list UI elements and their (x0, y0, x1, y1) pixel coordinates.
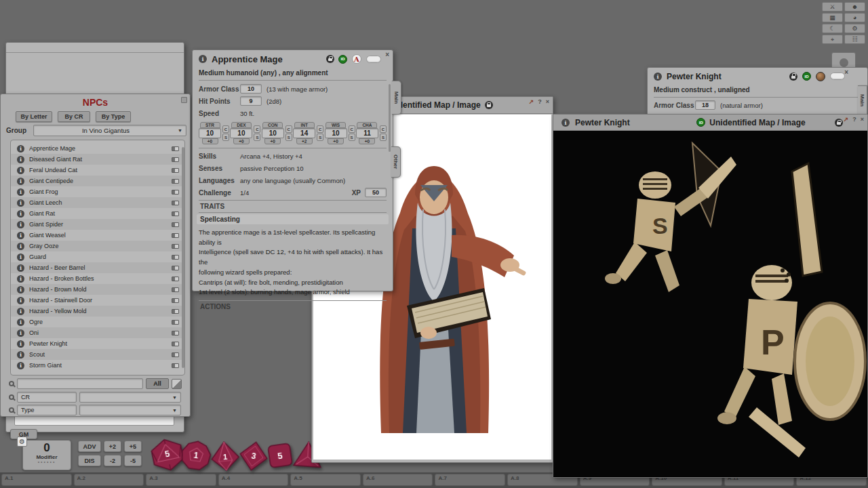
search-input[interactable] (17, 378, 143, 389)
list-item[interactable]: iGuard (11, 251, 184, 262)
record-link-icon[interactable] (172, 255, 179, 260)
id-badge-icon[interactable]: ID (338, 55, 347, 64)
type-filter-input[interactable]: Type (17, 405, 77, 415)
xp-value[interactable]: 50 (365, 188, 387, 197)
ability-score[interactable]: 14 (293, 128, 315, 138)
adv-button[interactable]: ADV (78, 441, 101, 452)
record-link-icon[interactable] (172, 320, 179, 325)
record-link-icon[interactable] (172, 298, 179, 303)
info-icon[interactable]: i (17, 232, 24, 239)
list-item[interactable]: iHazard - Brown Mold (11, 284, 184, 295)
lock-icon[interactable] (835, 119, 843, 127)
ac-value[interactable]: 18 (695, 100, 715, 110)
record-link-icon[interactable] (172, 233, 179, 238)
check-roll-button[interactable]: C (285, 125, 292, 133)
modifier-gear-icon[interactable]: ⚙ (17, 436, 27, 447)
ability-score[interactable]: 10 (230, 128, 252, 138)
share-toggle[interactable] (366, 56, 381, 63)
list-item[interactable]: iHazard - Beer Barrel (11, 262, 184, 273)
record-link-icon[interactable] (172, 201, 179, 205)
info-icon[interactable]: i (17, 275, 24, 283)
info-icon[interactable]: i (17, 286, 24, 293)
list-item[interactable]: iGiant Weasel (11, 230, 184, 241)
list-item[interactable]: iGray Ooze (11, 241, 184, 251)
party-icon[interactable]: ☻ (844, 2, 865, 12)
info-icon[interactable]: i (199, 55, 207, 63)
info-icon[interactable]: i (17, 199, 24, 207)
list-item[interactable]: iFeral Undead Cat (11, 165, 184, 176)
record-link-icon[interactable] (172, 222, 179, 227)
group-select[interactable]: In Vino Gigantus ▼ (33, 125, 186, 136)
ability-mod[interactable]: +0 (202, 138, 218, 144)
ability-mod[interactable]: +0 (233, 138, 250, 144)
close-icon[interactable]: × (546, 98, 549, 105)
tab-by-letter[interactable]: By Letter (16, 111, 52, 122)
list-item[interactable]: iHazard - Yellow Mold (11, 306, 184, 317)
broadcast-icon[interactable]: ☷ (844, 35, 865, 44)
list-item[interactable]: iOni (11, 327, 184, 338)
share-toggle[interactable] (830, 73, 845, 80)
hotbar-slot[interactable]: A.1 (1, 474, 72, 486)
close-icon[interactable]: × (861, 116, 864, 123)
color-filter-icon[interactable] (172, 379, 182, 389)
record-link-icon[interactable] (172, 168, 179, 173)
ability-mod[interactable]: +2 (296, 138, 313, 144)
tab-main[interactable]: Main (858, 85, 867, 115)
hotbar-slot[interactable]: A.7 (435, 474, 505, 486)
record-link-icon[interactable] (172, 146, 179, 151)
portrait-badge-icon[interactable] (816, 72, 825, 81)
info-icon[interactable]: i (17, 145, 24, 152)
list-item[interactable]: iGiant Frog (11, 186, 184, 197)
hotbar-slot[interactable]: A.6 (363, 474, 433, 486)
list-item[interactable]: iOgre (11, 317, 184, 327)
die-d8[interactable]: 3 (236, 439, 271, 474)
close-icon[interactable]: × (385, 52, 389, 58)
info-icon[interactable]: i (17, 221, 24, 228)
window-pin-icon[interactable] (181, 97, 187, 103)
hp-value[interactable]: 9 (240, 96, 262, 106)
list-item[interactable]: iDiseased Giant Rat (11, 154, 184, 165)
info-icon[interactable]: i (654, 73, 662, 81)
palette-icon[interactable]: ◕ (844, 13, 865, 22)
knight-image-canvas[interactable]: S P (553, 131, 867, 477)
help-icon[interactable]: ? (538, 98, 542, 105)
maximize-icon[interactable]: ↗ (844, 116, 849, 123)
ability-score[interactable]: 10 (325, 128, 347, 138)
info-icon[interactable]: i (17, 167, 24, 174)
record-link-icon[interactable] (172, 331, 179, 336)
search-all-button[interactable]: All (146, 378, 169, 389)
info-icon[interactable]: i (17, 308, 24, 315)
sheet-titlebar[interactable]: i Apprentice Mage ID A (193, 50, 393, 68)
close-icon[interactable]: × (844, 69, 848, 76)
hotbar-slot[interactable]: A.3 (146, 474, 216, 486)
list-item[interactable]: iGiant Rat (11, 208, 184, 219)
ability-mod[interactable]: +0 (328, 138, 344, 144)
tab-other[interactable]: Other (391, 146, 401, 178)
info-icon[interactable]: i (17, 264, 24, 272)
npc-list-scrollbar[interactable] (182, 147, 184, 368)
record-link-icon[interactable] (172, 266, 179, 270)
lock-icon[interactable] (326, 55, 334, 63)
info-icon[interactable]: i (561, 119, 570, 127)
ac-value[interactable]: 10 (240, 84, 262, 94)
help-icon[interactable]: ? (852, 116, 856, 123)
weapons-icon[interactable]: ⚔ (822, 2, 843, 12)
record-link-icon[interactable] (172, 287, 179, 292)
plus2-button[interactable]: +2 (104, 441, 121, 452)
info-icon[interactable]: i (17, 329, 24, 337)
token-target-icon[interactable]: ⌖ (822, 35, 843, 44)
list-item[interactable]: iScout (11, 349, 184, 360)
info-icon[interactable]: i (17, 297, 24, 304)
check-roll-button[interactable]: C (317, 125, 323, 133)
type-filter-select[interactable]: ▼ (79, 405, 181, 415)
ability-score[interactable]: 10 (199, 128, 221, 138)
maximize-icon[interactable]: ↗ (529, 98, 534, 105)
check-roll-button[interactable]: C (380, 125, 387, 133)
lock-icon[interactable] (485, 101, 493, 109)
info-icon[interactable]: i (17, 351, 24, 359)
save-roll-button[interactable]: S (380, 134, 387, 141)
record-link-icon[interactable] (172, 179, 179, 184)
record-link-icon[interactable] (172, 277, 179, 281)
info-icon[interactable]: i (17, 362, 24, 369)
list-item[interactable]: iApprentice Mage (11, 143, 184, 154)
